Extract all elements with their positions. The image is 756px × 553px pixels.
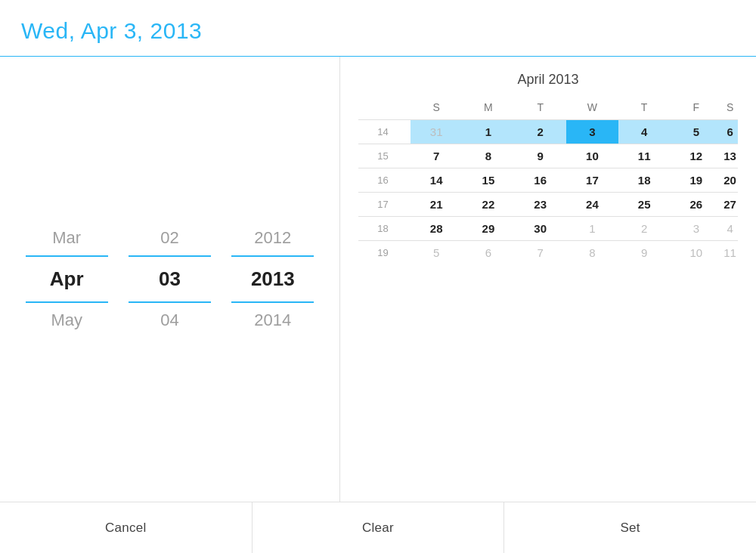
calendar-panel: April 2013 S M T W T F S 14311234561578 <box>340 57 756 502</box>
calendar-day[interactable]: 15 <box>463 168 515 193</box>
date-picker-header: Wed, Apr 3, 2013 <box>0 0 756 57</box>
calendar-day[interactable]: 14 <box>411 168 463 193</box>
set-button[interactable]: Set <box>504 502 756 553</box>
year-item-below: 2014 <box>222 303 324 338</box>
weekday-thu: T <box>618 98 671 120</box>
calendar-week-row: 19567891011 <box>358 241 738 265</box>
clear-button[interactable]: Clear <box>253 502 505 553</box>
weekday-sat: S <box>722 98 738 120</box>
calendar-month-title: April 2013 <box>358 72 738 88</box>
day-item-below: 04 <box>118 303 221 338</box>
day-item-selected: 03 <box>118 257 221 301</box>
month-item-below: May <box>15 303 118 338</box>
calendar-day[interactable]: 7 <box>411 144 463 168</box>
calendar-day[interactable]: 22 <box>463 193 515 217</box>
calendar-day[interactable]: 30 <box>514 217 566 241</box>
calendar-day[interactable]: 25 <box>618 193 671 217</box>
calendar-day[interactable]: 5 <box>671 120 723 144</box>
week-number: 19 <box>358 241 411 265</box>
month-item-above: Mar <box>15 221 118 255</box>
calendar-day[interactable]: 27 <box>722 193 738 217</box>
year-item-above: 2012 <box>222 221 324 255</box>
calendar-grid: S M T W T F S 14311234561578910111213161… <box>358 98 738 264</box>
calendar-day[interactable]: 7 <box>514 241 566 265</box>
weekday-fri: F <box>671 98 723 120</box>
calendar-week-row: 1431123456 <box>358 120 738 144</box>
week-number: 18 <box>358 217 411 241</box>
calendar-day[interactable]: 2 <box>514 120 566 144</box>
calendar-day[interactable]: 19 <box>671 168 723 193</box>
calendar-day[interactable]: 31 <box>411 120 463 144</box>
week-number: 14 <box>358 120 411 144</box>
week-number: 17 <box>358 193 411 217</box>
calendar-day[interactable]: 28 <box>411 217 463 241</box>
calendar-day[interactable]: 8 <box>566 241 618 265</box>
calendar-week-row: 1721222324252627 <box>358 193 738 217</box>
calendar-day[interactable]: 4 <box>618 120 671 144</box>
weekday-tue: T <box>514 98 566 120</box>
calendar-week-row: 1614151617181920 <box>358 168 738 193</box>
calendar-day[interactable]: 11 <box>722 241 738 265</box>
day-picker-column[interactable]: 02 03 04 <box>118 221 221 338</box>
dialog-footer: Cancel Clear Set <box>0 502 756 553</box>
calendar-day[interactable]: 5 <box>411 241 463 265</box>
calendar-day[interactable]: 10 <box>566 144 618 168</box>
day-item-above: 02 <box>118 221 221 255</box>
calendar-day[interactable]: 6 <box>722 120 738 144</box>
weekday-header-row: S M T W T F S <box>358 98 738 120</box>
calendar-day[interactable]: 1 <box>463 120 515 144</box>
calendar-day[interactable]: 21 <box>411 193 463 217</box>
calendar-week-row: 1578910111213 <box>358 144 738 168</box>
calendar-day[interactable]: 3 <box>566 120 618 144</box>
calendar-day[interactable]: 17 <box>566 168 618 193</box>
calendar-day[interactable]: 8 <box>463 144 515 168</box>
calendar-day[interactable]: 2 <box>618 217 671 241</box>
calendar-day[interactable]: 16 <box>514 168 566 193</box>
year-picker-column[interactable]: 2012 2013 2014 <box>222 221 324 338</box>
date-picker-dialog: Wed, Apr 3, 2013 Mar Apr May 02 03 04 <box>0 0 756 553</box>
calendar-day[interactable]: 6 <box>463 241 515 265</box>
week-number: 15 <box>358 144 411 168</box>
weekday-wed: W <box>566 98 618 120</box>
calendar-day[interactable]: 26 <box>671 193 723 217</box>
week-number: 16 <box>358 168 411 193</box>
scroll-picker[interactable]: Mar Apr May 02 03 04 2012 2013 2014 <box>0 57 340 502</box>
calendar-day[interactable]: 3 <box>671 217 723 241</box>
calendar-day[interactable]: 18 <box>618 168 671 193</box>
calendar-day[interactable]: 29 <box>463 217 515 241</box>
week-num-header <box>358 98 411 120</box>
calendar-day[interactable]: 10 <box>671 241 723 265</box>
date-picker-body: Mar Apr May 02 03 04 2012 2013 2014 <box>0 57 756 502</box>
calendar-day[interactable]: 11 <box>618 144 671 168</box>
calendar-day[interactable]: 12 <box>671 144 723 168</box>
calendar-day[interactable]: 20 <box>722 168 738 193</box>
month-item-selected: Apr <box>15 257 118 301</box>
year-item-selected: 2013 <box>222 257 324 301</box>
calendar-day[interactable]: 1 <box>566 217 618 241</box>
calendar-day[interactable]: 4 <box>722 217 738 241</box>
calendar-week-row: 182829301234 <box>358 217 738 241</box>
calendar-day[interactable]: 24 <box>566 193 618 217</box>
calendar-day[interactable]: 9 <box>514 144 566 168</box>
weekday-sun: S <box>411 98 463 120</box>
weekday-mon: M <box>463 98 515 120</box>
cancel-button[interactable]: Cancel <box>0 502 253 553</box>
calendar-day[interactable]: 9 <box>618 241 671 265</box>
month-picker-column[interactable]: Mar Apr May <box>15 221 118 338</box>
selected-date-display: Wed, Apr 3, 2013 <box>21 18 202 43</box>
calendar-day[interactable]: 23 <box>514 193 566 217</box>
calendar-day[interactable]: 13 <box>722 144 738 168</box>
